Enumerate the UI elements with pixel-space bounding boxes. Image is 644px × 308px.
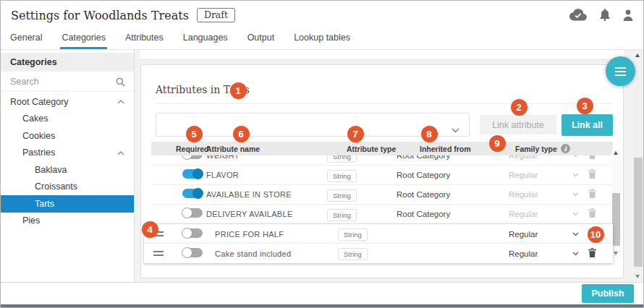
link-attribute-button[interactable]: Link attribute — [480, 115, 556, 134]
tab-general[interactable]: General — [10, 33, 42, 49]
cloud-check-icon[interactable] — [569, 9, 587, 21]
required-toggle[interactable] — [182, 228, 203, 238]
column-header-attribute-type: Attribute type — [325, 145, 394, 153]
tab-languages[interactable]: Languages — [183, 33, 228, 49]
sidebar-item-cakes[interactable]: Cakes — [1, 111, 134, 128]
delete-attribute-button[interactable] — [588, 188, 607, 201]
drag-handle-icon[interactable] — [153, 251, 164, 258]
sidebar-item-root-category[interactable]: Root Category — [1, 93, 134, 111]
tree-item-label: Croissants — [35, 181, 77, 192]
attribute-row-flavor: FLAVORStringRoot CategoryRegular — [151, 166, 613, 185]
link-all-button[interactable]: Link all — [562, 114, 613, 136]
family-type-dropdown[interactable] — [572, 252, 588, 256]
chevron-down-icon — [452, 123, 459, 136]
family-type-dropdown[interactable] — [572, 192, 588, 197]
tree-item-label: Cookies — [22, 131, 55, 141]
sidebar-title: Categories — [1, 53, 134, 72]
family-type-value: Regular — [506, 249, 572, 258]
required-toggle[interactable] — [182, 189, 203, 198]
column-header-attribute-name: Attribute name — [202, 145, 325, 153]
sidebar-item-croissants[interactable]: Croissants — [1, 179, 134, 196]
heading-divider — [156, 103, 613, 104]
attribute-name-label: DELIVERY AVAILABLE — [202, 210, 325, 218]
page-scrollbar-thumb[interactable] — [634, 158, 643, 267]
page-title: Settings for Woodlands Treats — [11, 9, 189, 22]
page-scrollbar[interactable] — [633, 50, 643, 282]
delete-attribute-button[interactable] — [588, 208, 607, 221]
attributes-heading: Attributes in Tarts — [156, 84, 613, 95]
tab-attributes[interactable]: Attributes — [125, 33, 164, 49]
app-window: Settings for Woodlands Treats Draft Gene… — [0, 0, 644, 308]
family-type-dropdown[interactable] — [572, 212, 588, 216]
scroll-down-icon[interactable] — [635, 275, 640, 278]
annotation-marker-8: 8 — [421, 126, 438, 142]
scroll-down-icon[interactable] — [614, 252, 618, 255]
required-cell — [151, 155, 202, 162]
annotation-marker-1: 1 — [230, 82, 247, 99]
family-type-dropdown[interactable] — [572, 155, 588, 158]
family-type-value: Regular — [506, 171, 572, 179]
delete-attribute-button[interactable] — [588, 155, 607, 162]
search-icon — [116, 77, 125, 90]
toggle-knob — [192, 188, 203, 199]
tab-categories[interactable]: Categories — [62, 33, 105, 49]
scroll-up-icon[interactable] — [635, 54, 640, 57]
scroll-up-icon[interactable] — [614, 151, 618, 155]
chevron-up-icon[interactable] — [117, 151, 124, 155]
tab-output[interactable]: Output — [247, 33, 275, 49]
family-type-value: Regular — [506, 210, 572, 218]
footer-bar: Publish — [1, 282, 643, 304]
attribute-name-label: Cake stand included — [202, 249, 325, 258]
attribute-type-chip: String — [327, 189, 357, 202]
sidebar-item-cookies[interactable]: Cookies — [1, 127, 134, 145]
required-toggle[interactable] — [182, 169, 203, 179]
search-input[interactable] — [10, 77, 124, 87]
column-header-label: Family type — [515, 145, 557, 153]
trash-icon — [588, 168, 596, 181]
required-toggle[interactable] — [182, 208, 203, 218]
sidebar-item-baklava[interactable]: Baklava — [1, 161, 134, 179]
inherited-from-label: Root Category — [394, 210, 506, 218]
categories-sidebar: Categories Root CategoryCakesCookiesPast… — [1, 50, 135, 282]
user-icon[interactable] — [623, 9, 633, 21]
sidebar-item-pies[interactable]: Pies — [1, 213, 134, 230]
tree-item-label: Root Category — [10, 97, 69, 107]
delete-attribute-button[interactable] — [588, 168, 607, 181]
sidebar-item-tarts[interactable]: Tarts — [1, 195, 134, 213]
toggle-knob — [182, 247, 192, 258]
info-icon[interactable]: i — [561, 144, 570, 153]
menu-fab-button[interactable] — [606, 56, 635, 86]
inherited-from-label: Root Category — [394, 171, 506, 179]
family-type-dropdown[interactable] — [572, 173, 588, 177]
tab-lookup-tables[interactable]: Lookup tables — [294, 33, 350, 49]
attribute-type-cell: String — [325, 168, 394, 182]
delete-attribute-button[interactable] — [588, 247, 607, 260]
required-cell — [151, 188, 202, 201]
draft-status-badge: Draft — [197, 8, 235, 22]
attribute-type-chip: String — [338, 248, 368, 260]
table-scrollbar-thumb[interactable] — [612, 193, 620, 246]
attributes-table: RequiredAttribute nameAttribute typeInhe… — [151, 142, 613, 263]
sidebar-item-pastries[interactable]: Pastries — [1, 145, 134, 162]
family-type-value: Regular — [506, 190, 572, 199]
toggle-knob — [192, 168, 203, 179]
attribute-type-cell: String — [325, 155, 394, 163]
required-cell — [151, 208, 202, 221]
attribute-row-delivery-available: DELIVERY AVAILABLEStringRoot CategoryReg… — [151, 205, 613, 224]
annotation-marker-5: 5 — [186, 126, 203, 142]
required-toggle[interactable] — [182, 248, 203, 257]
required-toggle[interactable] — [182, 155, 203, 159]
attribute-row-price-for-half: PRICE FOR HALFStringRegular — [144, 224, 613, 244]
scrolled-card-edge — [140, 50, 624, 60]
toggle-knob — [182, 155, 192, 160]
tree-item-label: Pies — [22, 215, 40, 226]
header-icons — [569, 9, 633, 21]
publish-button[interactable]: Publish — [582, 284, 634, 303]
annotation-marker-7: 7 — [347, 126, 364, 142]
chevron-up-icon[interactable] — [117, 100, 124, 104]
tree-item-label: Tarts — [35, 199, 54, 209]
annotation-marker-9: 9 — [489, 135, 506, 152]
family-type-dropdown[interactable] — [572, 232, 588, 236]
trash-icon — [588, 247, 596, 260]
bell-icon[interactable] — [600, 9, 610, 21]
